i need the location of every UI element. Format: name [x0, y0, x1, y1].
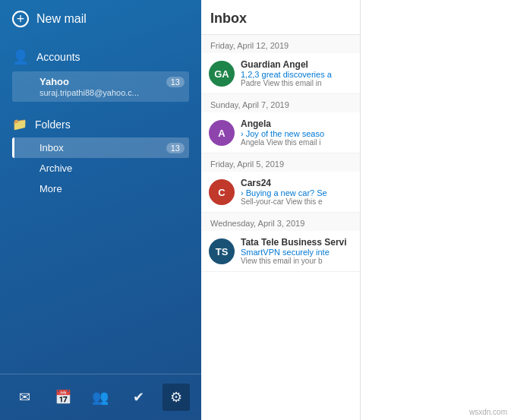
account-item[interactable]: Yahoo 13 suraj.tripathi88@yahoo.c...	[12, 71, 189, 102]
account-email: suraj.tripathi88@yahoo.c...	[39, 88, 185, 97]
email-item-tata[interactable]: TS Tata Tele Business Servi SmartVPN sec…	[201, 231, 360, 272]
folder-badge-inbox: 13	[166, 143, 185, 153]
folder-list: Inbox 13 Archive More	[12, 137, 189, 199]
email-content-angela: Angela › Joy of the new seaso Angela Vie…	[241, 118, 352, 147]
watermark: wsxdn.com	[469, 408, 507, 416]
plus-icon: +	[12, 11, 29, 27]
date-sep-1: Friday, April 12, 2019	[201, 35, 360, 53]
email-sender-guardian: Guardian Angel	[241, 59, 352, 70]
folder-item-more[interactable]: More	[12, 178, 189, 199]
email-subject-angela: › Joy of the new seaso	[241, 129, 352, 138]
new-mail-button[interactable]: + New mail	[0, 0, 201, 38]
account-badge: 13	[166, 77, 185, 87]
date-sep-2: Sunday, April 7, 2019	[201, 94, 360, 112]
date-sep-3: Friday, April 5, 2019	[201, 153, 360, 172]
avatar-angela: A	[209, 120, 235, 146]
email-content-cars24: Cars24 › Buying a new car? Se Sell-your-…	[241, 178, 352, 206]
email-preview-tata: View this email in your b	[241, 257, 352, 265]
email-sender-tata: Tata Tele Business Servi	[241, 237, 352, 248]
new-mail-label: New mail	[36, 12, 87, 26]
calendar-footer-icon[interactable]: 📅	[49, 384, 77, 411]
folder-name-more: More	[39, 183, 62, 194]
date-sep-4: Wednesday, April 3, 2019	[201, 213, 360, 231]
main-area: Inbox Friday, April 12, 2019 GA Guardian…	[201, 0, 511, 420]
email-preview-angela: Angela View this email i	[241, 138, 352, 147]
accounts-label-text: Accounts	[36, 51, 80, 63]
folder-item-inbox[interactable]: Inbox 13	[12, 137, 189, 158]
settings-footer-icon[interactable]: ⚙	[162, 384, 190, 411]
avatar-cars24: C	[209, 179, 235, 205]
avatar-tata: TS	[209, 238, 235, 264]
email-preview-cars24: Sell-your-car View this e	[241, 197, 352, 206]
accounts-section: 👤 Accounts Yahoo 13 suraj.tripathi88@yah…	[0, 38, 201, 106]
sidebar-footer: ✉ 📅 👥 ✔ ⚙	[0, 374, 201, 420]
email-item-angela[interactable]: A Angela › Joy of the new seaso Angela V…	[201, 112, 360, 153]
email-subject-guardian: 1,2,3 great discoveries a	[241, 70, 352, 79]
email-preview-guardian: Padre View this email in	[241, 79, 352, 87]
email-sender-angela: Angela	[241, 118, 352, 129]
email-list-title: Inbox	[201, 0, 360, 35]
folder-item-archive[interactable]: Archive	[12, 158, 189, 178]
person-icon: 👤	[12, 49, 29, 65]
avatar-guardian: GA	[209, 61, 235, 87]
email-item-cars24[interactable]: C Cars24 › Buying a new car? Se Sell-you…	[201, 172, 360, 213]
people-footer-icon[interactable]: 👥	[87, 384, 114, 411]
folder-name-inbox: Inbox	[39, 142, 64, 153]
email-item-guardian[interactable]: GA Guardian Angel 1,2,3 great discoverie…	[201, 53, 360, 94]
email-sender-cars24: Cars24	[241, 178, 352, 188]
email-list: Inbox Friday, April 12, 2019 GA Guardian…	[201, 0, 361, 420]
dropdown-overlay: Manage accounts Personalization Automati…	[402, 0, 511, 420]
folders-toggle[interactable]: 📁 Folders	[12, 114, 189, 134]
email-subject-cars24: › Buying a new car? Se	[241, 188, 352, 197]
accounts-toggle[interactable]: 👤 Accounts	[12, 46, 189, 68]
folder-icon: 📁	[12, 117, 27, 131]
folders-label-text: Folders	[35, 118, 71, 131]
email-subject-tata: SmartVPN securely inte	[241, 248, 352, 257]
email-content-guardian: Guardian Angel 1,2,3 great discoveries a…	[241, 59, 352, 87]
folders-section: 📁 Folders Inbox 13 Archive More	[0, 106, 201, 204]
email-content-tata: Tata Tele Business Servi SmartVPN secure…	[241, 237, 352, 265]
folder-name-archive: Archive	[39, 163, 72, 174]
tasks-footer-icon[interactable]: ✔	[125, 384, 152, 411]
account-name: Yahoo	[39, 76, 69, 87]
sidebar: + New mail 👤 Accounts Yahoo 13 suraj.tri…	[0, 0, 201, 420]
mail-footer-icon[interactable]: ✉	[11, 384, 39, 411]
